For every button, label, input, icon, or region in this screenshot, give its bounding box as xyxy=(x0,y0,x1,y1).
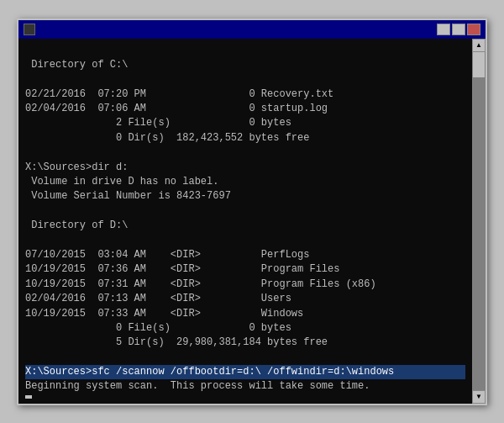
minimize-button[interactable] xyxy=(437,24,450,35)
scroll-up-button[interactable]: ▲ xyxy=(472,39,486,52)
scroll-track[interactable] xyxy=(472,52,486,390)
terminal-line: Volume in drive D has no label. xyxy=(25,175,465,189)
terminal-line: Directory of C:\ xyxy=(25,58,465,72)
terminal-wrapper: Directory of C:\02/21/2016 07:20 PM 0 Re… xyxy=(18,39,486,404)
terminal-line: Beginning system scan. This process will… xyxy=(25,379,465,394)
terminal-line: 5 Dir(s) 29,980,381,184 bytes free xyxy=(25,336,465,350)
terminal-content: Directory of C:\02/21/2016 07:20 PM 0 Re… xyxy=(25,44,465,399)
terminal-line xyxy=(25,44,465,58)
terminal-line xyxy=(25,234,465,248)
title-bar xyxy=(18,20,486,39)
terminal-line: 07/10/2015 03:04 AM <DIR> PerfLogs xyxy=(25,248,465,262)
terminal-line: 02/04/2016 07:13 AM <DIR> Users xyxy=(25,292,465,306)
terminal-line: 0 File(s) 0 bytes xyxy=(25,321,465,336)
cmd-icon xyxy=(24,24,35,35)
terminal-line: X:\Sources>dir d: xyxy=(25,161,465,175)
terminal-line: 10/19/2015 07:36 AM <DIR> Program Files xyxy=(25,262,465,277)
title-bar-left xyxy=(24,24,39,35)
terminal-body[interactable]: Directory of C:\02/21/2016 07:20 PM 0 Re… xyxy=(18,39,472,404)
terminal-line: 10/19/2015 07:33 AM <DIR> Windows xyxy=(25,307,465,321)
maximize-button[interactable] xyxy=(452,24,465,35)
terminal-line: 0 Dir(s) 182,423,552 bytes free xyxy=(25,131,465,145)
terminal-cursor xyxy=(25,395,32,399)
cmd-window: Directory of C:\02/21/2016 07:20 PM 0 Re… xyxy=(17,19,487,405)
terminal-line: 2 File(s) 0 bytes xyxy=(25,116,465,130)
highlighted-command-line: X:\Sources>sfc /scannow /offbootdir=d:\ … xyxy=(25,365,465,379)
window-controls xyxy=(437,24,480,35)
scroll-down-button[interactable]: ▼ xyxy=(472,390,486,404)
terminal-line: Volume Serial Number is 8423-7697 xyxy=(25,189,465,204)
scrollbar[interactable]: ▲ ▼ xyxy=(472,39,486,404)
terminal-line: 02/04/2016 07:06 AM 0 startup.log xyxy=(25,102,465,116)
terminal-line xyxy=(25,145,465,160)
terminal-line xyxy=(25,204,465,219)
close-button[interactable] xyxy=(467,24,480,35)
terminal-line: Directory of D:\ xyxy=(25,219,465,233)
scroll-thumb[interactable] xyxy=(473,52,485,77)
terminal-line xyxy=(25,72,465,87)
terminal-line: 10/19/2015 07:31 AM <DIR> Program Files … xyxy=(25,278,465,292)
terminal-line: 02/21/2016 07:20 PM 0 Recovery.txt xyxy=(25,87,465,102)
terminal-line xyxy=(25,351,465,365)
terminal-line xyxy=(25,394,465,399)
